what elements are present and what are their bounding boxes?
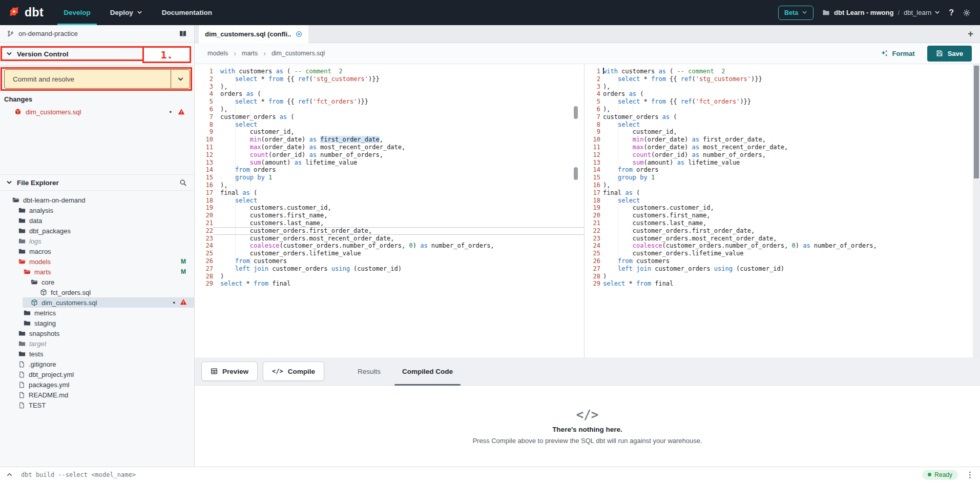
tree-item-tests[interactable]: tests <box>0 349 194 359</box>
kebab-menu-icon[interactable]: ⋮ <box>966 470 974 479</box>
search-icon[interactable] <box>179 179 187 187</box>
code-line[interactable]: 12 count(order_id) as number_of_orders, <box>585 151 980 159</box>
code-line[interactable]: 15 group by 1 <box>195 174 584 182</box>
editor-tab-dim-customers[interactable]: dim_customers.sql (confli... <box>199 25 308 43</box>
beta-toggle[interactable]: Beta <box>778 6 814 20</box>
dbt-logo[interactable]: dbt <box>0 5 54 21</box>
code-line[interactable]: 21 customers.last_name, <box>195 219 584 227</box>
tree-item-marts[interactable]: martsM <box>0 267 194 277</box>
code-line[interactable]: 11 max(order_date) as most_recent_order_… <box>195 144 584 151</box>
code-line[interactable]: 26 from customers <box>585 257 980 265</box>
left-pane-scrollbar-mark[interactable] <box>574 106 578 119</box>
code-line[interactable]: 10 min(order_date) as first_order_date, <box>585 136 980 144</box>
code-line[interactable]: 23 customer_orders.most_recent_order_dat… <box>195 235 584 243</box>
code-line[interactable]: 29select * from final <box>585 280 980 288</box>
code-line[interactable]: 28) <box>585 273 980 280</box>
tree-item-.gitignore[interactable]: .gitignore <box>0 359 194 369</box>
code-line[interactable]: 3), <box>195 83 584 91</box>
code-line[interactable]: 8 select <box>585 121 980 129</box>
modified-indicator-icon[interactable] <box>296 31 302 37</box>
tree-item-packages.yml[interactable]: packages.yml <box>0 379 194 390</box>
command-input[interactable]: dbt build --select <model_name> <box>21 471 136 478</box>
code-line[interactable]: 12 count(order_id) as number_of_orders, <box>195 151 584 159</box>
settings-gear-icon[interactable] <box>963 9 971 17</box>
tree-item-core[interactable]: core <box>0 277 194 287</box>
code-line[interactable]: 17final as ( <box>195 189 584 197</box>
tree-item-metrics[interactable]: metrics <box>0 308 194 318</box>
code-line[interactable]: 19 customers.customer_id, <box>195 204 584 212</box>
new-tab-button[interactable]: + <box>968 28 973 39</box>
code-line[interactable]: 13 sum(amount) as lifetime_value <box>585 159 980 167</box>
code-line[interactable]: 7customer_orders as ( <box>585 113 980 121</box>
code-line[interactable]: 9 customer_id, <box>585 128 980 136</box>
code-line[interactable]: 29select * from final <box>195 280 584 288</box>
code-line[interactable]: 11 max(order_date) as most_recent_order_… <box>585 144 980 151</box>
tree-item-models[interactable]: modelsM <box>0 256 194 267</box>
code-line[interactable]: 8 select <box>195 121 584 129</box>
code-line[interactable]: 16), <box>195 182 584 189</box>
tree-item-data[interactable]: data <box>0 215 194 226</box>
code-line[interactable]: 14 from orders <box>195 166 584 174</box>
tab-results[interactable]: Results <box>347 357 391 386</box>
nav-tab-documentation[interactable]: Documentation <box>162 0 212 25</box>
code-line[interactable]: 4orders as ( <box>195 90 584 98</box>
tree-item-dbt_packages[interactable]: dbt_packages <box>0 226 194 236</box>
code-line[interactable]: 21 customers.last_name, <box>585 219 980 227</box>
project-selector[interactable]: dbt Learn - mwong / dbt_learn <box>822 9 940 16</box>
commit-and-resolve-button[interactable]: Commit and resolve <box>4 69 190 89</box>
code-line[interactable]: 20 customers.first_name, <box>585 212 980 219</box>
code-line[interactable]: 18 select <box>585 197 980 205</box>
code-line[interactable]: 7customer_orders as ( <box>195 113 584 121</box>
code-line[interactable]: 10 min(order_date) as first_order_date, <box>195 136 584 144</box>
code-line[interactable]: 23 customer_orders.most_recent_order_dat… <box>585 235 980 243</box>
tree-item-target[interactable]: target <box>0 338 194 349</box>
format-button[interactable]: Format <box>881 50 915 57</box>
tree-item-dbt_project.yml[interactable]: dbt_project.yml <box>0 369 194 379</box>
code-line[interactable]: 16), <box>585 182 980 189</box>
save-button[interactable]: Save <box>927 46 972 62</box>
chevron-up-icon[interactable] <box>6 471 13 478</box>
code-line[interactable]: 24 coalesce(customer_orders.number_of_or… <box>195 242 584 250</box>
code-line[interactable]: 22 customer_orders.first_order_date, <box>195 227 584 235</box>
code-line[interactable]: 28) <box>195 273 584 280</box>
commit-options-caret[interactable] <box>171 70 190 88</box>
code-line[interactable]: 5 select * from {{ ref('fct_orders')}} <box>585 98 980 106</box>
tree-item-dim_customers.sql[interactable]: dim_customers.sql• <box>23 297 194 308</box>
code-line[interactable]: 13 sum(amount) as lifetime_value <box>195 159 584 167</box>
tree-item-staging[interactable]: staging <box>0 318 194 328</box>
code-line[interactable]: 20 customers.first_name, <box>195 212 584 219</box>
help-button[interactable]: ? <box>949 8 954 17</box>
nav-tab-develop[interactable]: Develop <box>64 0 91 25</box>
environment-selector[interactable]: dbt_learn <box>904 9 940 16</box>
tree-item-snapshots[interactable]: snapshots <box>0 328 194 338</box>
tree-item-README.md[interactable]: README.md <box>0 390 194 400</box>
tree-item-dbt-learn-on-demand[interactable]: dbt-learn-on-demand <box>0 195 194 205</box>
branch-row[interactable]: on-demand-practice <box>0 25 194 43</box>
tree-item-analysis[interactable]: analysis <box>0 205 194 215</box>
code-line[interactable]: 26 from customers <box>195 257 584 265</box>
code-line[interactable]: 25 customer_orders.lifetime_value <box>195 250 584 257</box>
preview-button[interactable]: Preview <box>201 362 258 381</box>
breadcrumb-file[interactable]: dim_customers.sql <box>272 50 325 57</box>
tree-item-fct_orders.sql[interactable]: fct_orders.sql <box>0 287 194 297</box>
code-line[interactable]: 25 customer_orders.lifetime_value <box>585 250 980 257</box>
compile-button[interactable]: </> Compile <box>263 362 324 381</box>
tab-compiled-code[interactable]: Compiled Code <box>391 357 464 386</box>
breadcrumb-marts[interactable]: marts <box>242 50 258 57</box>
nav-tab-deploy[interactable]: Deploy <box>110 0 142 25</box>
code-line[interactable]: 15 group by 1 <box>585 174 980 182</box>
code-line[interactable]: 2 select * from {{ ref('stg_customers')}… <box>585 75 980 83</box>
code-line[interactable]: 18 select <box>195 197 584 205</box>
editor-pane-left[interactable]: 1with customers as ( -- comment 22 selec… <box>195 64 585 357</box>
tree-item-TEST[interactable]: TEST <box>0 400 194 410</box>
code-line[interactable]: 3), <box>585 83 980 91</box>
code-line[interactable]: 4orders as ( <box>585 90 980 98</box>
editor-pane-right[interactable]: 1with customers as ( -- comment 22 selec… <box>585 64 980 357</box>
code-line[interactable]: 14 from orders <box>585 166 980 174</box>
tree-item-logs[interactable]: logs <box>0 236 194 246</box>
version-control-header[interactable]: Version Control <box>0 43 194 65</box>
breadcrumb-models[interactable]: models <box>207 50 228 57</box>
code-line[interactable]: 6), <box>195 106 584 113</box>
code-line[interactable]: 2 select * from {{ ref('stg_customers')}… <box>195 75 584 83</box>
code-line[interactable]: 1with customers as ( -- comment 2 <box>585 68 980 75</box>
